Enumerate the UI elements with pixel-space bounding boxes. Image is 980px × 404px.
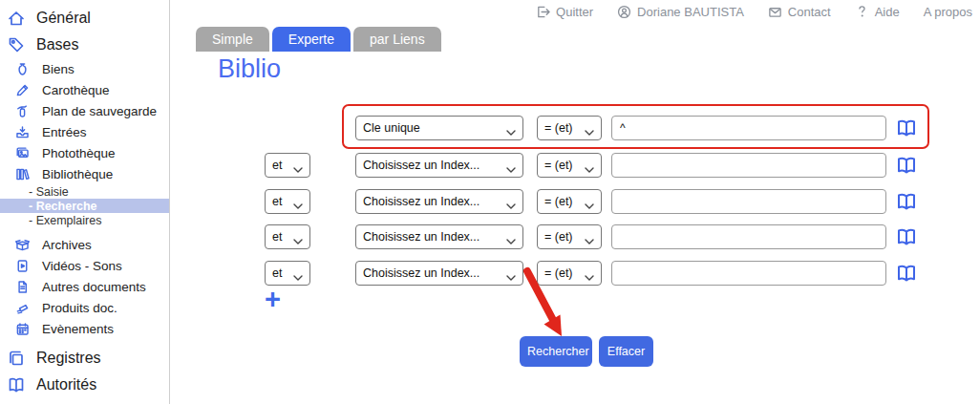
boolean-select[interactable]: et [265, 261, 310, 286]
chevron-down-icon [506, 199, 516, 204]
help-link[interactable]: Aide [855, 5, 900, 19]
tab-simple[interactable]: Simple [196, 27, 269, 52]
sidebar-item-produits-doc[interactable]: Produits doc. [0, 297, 169, 318]
index-select-value: Choisissez un Index... [363, 230, 479, 244]
criteria-row-1: Cle unique = (et) [265, 116, 918, 140]
registers-icon [7, 349, 26, 368]
index-select-value: Cle unique [363, 121, 420, 135]
index-select[interactable]: Choisissez un Index... [355, 153, 523, 178]
user-icon [617, 5, 631, 19]
open-book-icon [7, 375, 26, 394]
quit-label: Quitter [556, 5, 593, 19]
boolean-select[interactable]: et [265, 189, 310, 214]
sidebar-item-label: - Exemplaires [29, 214, 101, 227]
sidebar-item-exemplaires[interactable]: - Exemplaires [0, 213, 169, 227]
chevron-down-icon [293, 199, 303, 204]
tab-experte[interactable]: Experte [272, 27, 351, 52]
boolean-select[interactable]: et [265, 153, 310, 178]
sidebar-item-label: - Recherche [29, 200, 97, 213]
boolean-select-value: et [272, 230, 282, 244]
search-button[interactable]: Rechercher [520, 336, 592, 367]
chevron-down-icon [506, 162, 516, 168]
sidebar-item-phototheque[interactable]: Photothèque [0, 142, 169, 163]
boolean-select[interactable]: et [265, 224, 310, 249]
index-browse-book-icon[interactable] [895, 226, 918, 247]
operator-select-value: = (et) [544, 159, 573, 172]
boolean-select-value: et [272, 195, 282, 208]
criteria-value-input[interactable] [611, 116, 886, 140]
index-browse-book-icon[interactable] [895, 155, 918, 176]
operator-select[interactable]: = (et) [537, 189, 602, 214]
sidebar-item-general[interactable]: Général [0, 5, 169, 32]
sidebar-item-label: Autres documents [42, 280, 146, 294]
criteria-value-input[interactable] [611, 153, 886, 178]
index-browse-book-icon[interactable] [895, 191, 918, 212]
sidebar-item-biens[interactable]: Biens [0, 58, 169, 79]
home-icon [7, 9, 26, 28]
chevron-down-icon [293, 234, 303, 240]
chevron-down-icon [585, 162, 594, 168]
vase-icon [14, 61, 31, 77]
operator-select[interactable]: = (et) [537, 261, 602, 286]
pen-icon [14, 82, 31, 98]
boolean-select-value: et [272, 159, 282, 172]
sidebar-item-archives[interactable]: Archives [0, 234, 169, 255]
index-select-value: Choisissez un Index... [363, 266, 479, 280]
contact-label: Contact [788, 5, 831, 19]
page-title: Biblio [218, 54, 281, 84]
chevron-down-icon [585, 199, 594, 204]
index-select[interactable]: Choisissez un Index... [355, 189, 523, 214]
chevron-down-icon [293, 162, 303, 168]
add-criteria-button[interactable]: + [265, 286, 281, 313]
operator-select-value: = (et) [544, 121, 573, 135]
sidebar-item-entrees[interactable]: Entrées [0, 121, 169, 142]
main-content: Quitter Doriane BAUTISTA Contact Aide A … [170, 0, 980, 404]
sidebar-item-bibliotheque[interactable]: Bibliothèque [0, 163, 169, 184]
sidebar-item-videos-sons[interactable]: Vidéos - Sons [0, 255, 169, 276]
chevron-down-icon [506, 125, 516, 131]
sidebar-item-plan-sauvegarde[interactable]: Plan de sauvegarde [0, 100, 169, 121]
sidebar-item-label: Produits doc. [42, 301, 117, 315]
sidebar-item-evenements[interactable]: Evènements [0, 318, 169, 339]
sidebar-item-label: Evènements [42, 322, 114, 336]
inbox-icon [14, 124, 31, 140]
operator-select[interactable]: = (et) [537, 116, 602, 140]
tab-par-liens[interactable]: par Liens [353, 27, 441, 52]
sidebar-item-carotheque[interactable]: Carothèque [0, 79, 169, 100]
user-menu[interactable]: Doriane BAUTISTA [617, 5, 744, 19]
index-browse-book-icon[interactable] [895, 263, 918, 284]
about-link[interactable]: A propos [924, 5, 972, 19]
contact-link[interactable]: Contact [768, 5, 831, 19]
sidebar-item-label: Bibliothèque [42, 167, 113, 181]
header-links: Quitter Doriane BAUTISTA Contact Aide A … [536, 5, 972, 19]
index-browse-book-icon[interactable] [895, 117, 918, 138]
index-select[interactable]: Cle unique [355, 116, 523, 140]
sidebar-item-autres-documents[interactable]: Autres documents [0, 276, 169, 297]
criteria-value-input[interactable] [611, 224, 886, 249]
sidebar: Général Bases Biens Carothèque Plan de s… [0, 0, 170, 404]
help-label: Aide [875, 5, 900, 19]
operator-select[interactable]: = (et) [537, 224, 602, 249]
clear-button[interactable]: Effacer [599, 336, 653, 367]
quit-link[interactable]: Quitter [536, 5, 593, 19]
sidebar-item-recherche[interactable]: - Recherche [0, 199, 169, 213]
sidebar-item-autorites-unimarc[interactable]: Autorités Unimarc [0, 398, 169, 404]
help-icon [855, 5, 869, 19]
sidebar-item-bases[interactable]: Bases [0, 32, 169, 58]
chevron-down-icon [585, 234, 594, 240]
criteria-row-3: et Choisissez un Index... = (et) [265, 189, 918, 214]
sidebar-item-label: Archives [42, 238, 92, 252]
chevron-down-icon [585, 270, 594, 276]
sidebar-item-registres[interactable]: Registres [0, 345, 169, 372]
sidebar-item-autorites[interactable]: Autorités [0, 372, 169, 398]
document-icon [14, 279, 31, 295]
index-select[interactable]: Choisissez un Index... [355, 261, 523, 286]
operator-select[interactable]: = (et) [537, 153, 602, 178]
criteria-row-5: et Choisissez un Index... = (et) [265, 261, 918, 286]
criteria-value-input[interactable] [611, 261, 886, 286]
criteria-value-input[interactable] [611, 189, 886, 214]
sidebar-item-label: Registres [36, 350, 101, 367]
sidebar-item-saisie[interactable]: - Saisie [0, 184, 169, 199]
index-select[interactable]: Choisissez un Index... [355, 224, 523, 249]
operator-select-value: = (et) [544, 266, 573, 280]
